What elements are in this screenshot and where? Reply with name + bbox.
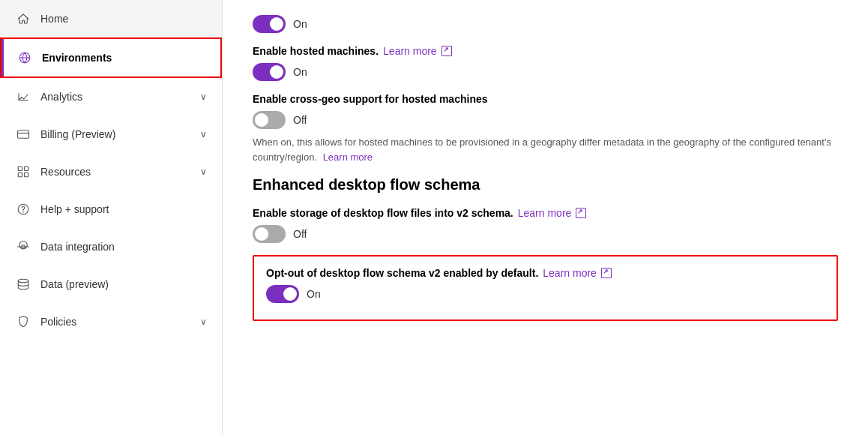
cross-geo-learn-more-link[interactable]: Learn more [323, 152, 373, 163]
sidebar-item-billing[interactable]: Billing (Preview) ∨ [0, 116, 222, 153]
opt-out-v2-toggle[interactable] [266, 285, 299, 303]
svg-rect-5 [18, 166, 22, 170]
sidebar-item-label: Home [40, 13, 68, 25]
cross-geo-row: Enable cross-geo support for hosted mach… [253, 93, 838, 164]
storage-v2-row: Enable storage of desktop flow files int… [253, 207, 838, 243]
opt-out-highlighted-box: Opt-out of desktop flow schema v2 enable… [253, 255, 838, 321]
storage-v2-label: Enable storage of desktop flow files int… [253, 207, 838, 219]
sidebar-item-environments[interactable]: Environments [0, 38, 222, 78]
chevron-down-icon: ∨ [200, 316, 207, 327]
svg-rect-7 [18, 173, 22, 177]
chevron-down-icon: ∨ [200, 166, 207, 177]
sidebar-item-label: Help + support [40, 203, 109, 215]
sidebar-item-label: Analytics [40, 91, 82, 103]
main-content: On Enable hosted machines. Learn more On… [223, 0, 868, 435]
sidebar-item-policies[interactable]: Policies ∨ [0, 303, 222, 340]
help-icon [15, 201, 31, 218]
storage-v2-toggle[interactable] [253, 225, 286, 243]
sidebar-item-data-preview[interactable]: Data (preview) [0, 266, 222, 303]
external-link-icon-2 [576, 208, 586, 218]
sidebar-item-label: Billing (Preview) [40, 128, 115, 140]
sidebar: Home Environments Analytics ∨ Billing (P… [0, 0, 223, 435]
svg-rect-8 [25, 173, 28, 177]
opt-out-v2-toggle-label: On [307, 288, 321, 300]
cross-geo-toggle[interactable] [253, 111, 286, 129]
section-title: Enhanced desktop flow schema [253, 176, 838, 194]
sidebar-item-label: Resources [40, 166, 91, 178]
external-link-icon-3 [601, 268, 612, 278]
toggle-top-row: On [253, 15, 838, 33]
svg-point-11 [18, 279, 28, 283]
data-preview-icon [15, 276, 31, 292]
opt-out-v2-label: Opt-out of desktop flow schema v2 enable… [266, 267, 825, 279]
hosted-machines-toggle[interactable] [253, 63, 286, 81]
sidebar-item-label: Environments [42, 52, 112, 64]
cross-geo-toggle-label: Off [293, 114, 307, 126]
policies-icon [15, 314, 31, 330]
hosted-machines-row: Enable hosted machines. Learn more On [253, 45, 838, 81]
sidebar-item-label: Data integration [40, 241, 115, 253]
svg-rect-3 [18, 130, 29, 139]
analytics-icon [15, 88, 31, 105]
external-link-icon [441, 46, 452, 56]
chevron-down-icon: ∨ [200, 92, 207, 102]
globe-icon [16, 50, 33, 66]
billing-icon [15, 126, 31, 142]
sidebar-item-label: Policies [40, 316, 76, 328]
resources-icon [15, 164, 31, 180]
sidebar-item-analytics[interactable]: Analytics ∨ [0, 78, 222, 116]
cross-geo-label: Enable cross-geo support for hosted mach… [253, 93, 838, 105]
toggle-top[interactable] [253, 15, 286, 33]
svg-rect-6 [25, 166, 28, 170]
data-integration-icon [15, 238, 31, 255]
cross-geo-description: When on, this allows for hosted machines… [253, 135, 838, 164]
sidebar-item-home[interactable]: Home [0, 0, 222, 38]
sidebar-item-help[interactable]: Help + support [0, 190, 222, 228]
toggle-top-label: On [293, 18, 307, 30]
sidebar-item-label: Data (preview) [40, 278, 109, 290]
chevron-down-icon: ∨ [200, 129, 207, 140]
home-icon [15, 10, 31, 27]
hosted-machines-toggle-label: On [293, 66, 307, 78]
hosted-machines-learn-more-link[interactable]: Learn more [383, 45, 437, 57]
sidebar-item-data-integration[interactable]: Data integration [0, 228, 222, 266]
sidebar-item-resources[interactable]: Resources ∨ [0, 153, 222, 190]
opt-out-v2-learn-more-link[interactable]: Learn more [543, 267, 597, 279]
storage-v2-toggle-label: Off [293, 228, 307, 240]
hosted-machines-label: Enable hosted machines. Learn more [253, 45, 838, 57]
storage-v2-learn-more-link[interactable]: Learn more [518, 207, 572, 219]
